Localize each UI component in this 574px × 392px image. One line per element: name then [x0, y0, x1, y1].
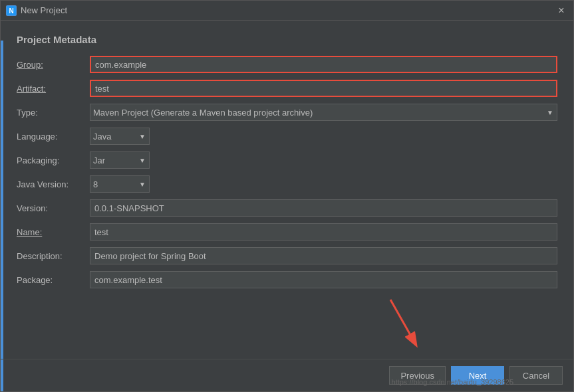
artifact-input[interactable] — [90, 80, 557, 97]
section-title: Project Metadata — [17, 34, 557, 45]
footer: Previous Next Cancel https://blog.csdn.n… — [1, 359, 573, 391]
type-select-wrapper: Maven Project (Generate a Maven based pr… — [90, 104, 557, 121]
name-label: Name: — [17, 227, 90, 237]
type-row: Type: Maven Project (Generate a Maven ba… — [17, 104, 557, 121]
name-row: Name: — [17, 223, 557, 241]
packaging-select[interactable]: Jar — [90, 151, 150, 169]
svg-line-3 — [390, 300, 414, 341]
java-version-row: Java Version: 8 ▼ — [17, 175, 557, 193]
artifact-label: Artifact: — [17, 84, 90, 94]
new-project-window: N New Project × Project Metadata Group: … — [0, 0, 574, 392]
java-version-select[interactable]: 8 — [90, 175, 150, 193]
svg-text:N: N — [9, 7, 13, 15]
package-input[interactable] — [90, 271, 557, 288]
language-select[interactable]: Java — [90, 128, 150, 145]
packaging-select-wrapper: Jar ▼ — [90, 151, 150, 169]
package-row: Package: — [17, 271, 557, 288]
close-button[interactable]: × — [555, 4, 568, 17]
title-bar-left: N New Project — [6, 5, 67, 16]
version-input[interactable] — [90, 199, 557, 217]
window-title: New Project — [21, 5, 67, 15]
main-content: Project Metadata Group: Artifact: Type: … — [1, 21, 573, 359]
watermark-text: https://blog.csdn.net/baidu_39298625 — [392, 378, 513, 386]
group-row: Group: — [17, 56, 557, 73]
language-row: Language: Java ▼ — [17, 128, 557, 145]
language-label: Language: — [17, 132, 90, 142]
java-version-select-wrapper: 8 ▼ — [90, 175, 150, 193]
title-bar: N New Project × — [1, 1, 573, 21]
packaging-label: Packaging: — [17, 155, 90, 165]
packaging-row: Packaging: Jar ▼ — [17, 151, 557, 169]
window-content-area: Project Metadata Group: Artifact: Type: … — [1, 21, 573, 391]
name-input[interactable] — [90, 223, 557, 241]
group-input[interactable] — [90, 56, 557, 73]
type-select[interactable]: Maven Project (Generate a Maven based pr… — [90, 104, 557, 121]
version-row: Version: — [17, 199, 557, 217]
app-icon: N — [6, 5, 17, 16]
language-select-wrapper: Java ▼ — [90, 128, 150, 145]
group-label: Group: — [17, 60, 90, 70]
version-label: Version: — [17, 203, 90, 213]
cancel-button[interactable]: Cancel — [509, 366, 563, 385]
package-label: Package: — [17, 275, 90, 285]
left-accent — [1, 41, 3, 391]
java-version-label: Java Version: — [17, 179, 90, 189]
annotation-arrow — [377, 293, 430, 355]
artifact-row: Artifact: — [17, 80, 557, 97]
type-label: Type: — [17, 108, 90, 118]
description-label: Description: — [17, 251, 90, 261]
description-row: Description: — [17, 247, 557, 264]
description-input[interactable] — [90, 247, 557, 264]
